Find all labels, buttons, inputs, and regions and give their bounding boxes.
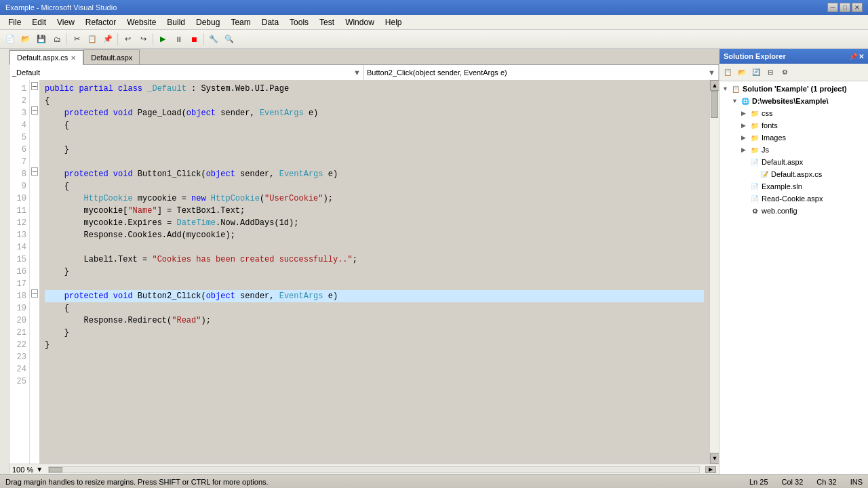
toolbar-stop[interactable]: ⏹ bbox=[186, 32, 201, 47]
se-showallfiles-button[interactable]: 📂 bbox=[735, 66, 749, 79]
token: "UserCookie" bbox=[264, 194, 323, 203]
collapse-markers: ──── bbox=[30, 80, 39, 464]
menu-window[interactable]: Window bbox=[340, 16, 380, 28]
token: e) bbox=[323, 291, 338, 301]
toolbar-paste[interactable]: 📌 bbox=[100, 32, 115, 47]
token: Label1.Text = bbox=[45, 255, 152, 264]
main-area: Default.aspx.cs ✕ Default.aspx _Default … bbox=[0, 49, 868, 474]
se-properties-button[interactable]: 📋 bbox=[721, 66, 734, 79]
tree-icon-8: 📄 bbox=[749, 181, 760, 192]
menu-team[interactable]: Team bbox=[225, 16, 256, 28]
horizontal-scrollbar[interactable] bbox=[48, 466, 700, 473]
toolbar-pause[interactable]: ⏸ bbox=[171, 32, 186, 47]
tab-defaultaspxcs[interactable]: Default.aspx.cs ✕ bbox=[9, 50, 83, 65]
tab-defaultaspx[interactable]: Default.aspx bbox=[83, 49, 140, 64]
menu-edit[interactable]: Edit bbox=[26, 16, 52, 28]
se-close-button[interactable]: ✕ bbox=[859, 53, 864, 60]
left-gutter bbox=[0, 49, 9, 474]
tree-icon-7: 📝 bbox=[759, 169, 770, 180]
token: "Cookies has been created successfully..… bbox=[152, 255, 352, 264]
toolbar-sep-4 bbox=[203, 33, 204, 45]
restore-button[interactable]: □ bbox=[840, 3, 850, 12]
tree-item-2[interactable]: ▶ 📁 css bbox=[719, 107, 868, 119]
menu-help[interactable]: Help bbox=[380, 16, 408, 28]
tree-label-4: Images bbox=[762, 134, 786, 142]
scroll-up-button[interactable]: ▲ bbox=[710, 80, 719, 91]
toolbar-misc1[interactable]: 🔧 bbox=[206, 32, 221, 47]
minimize-button[interactable]: ─ bbox=[827, 3, 838, 12]
toolbar-sep-1 bbox=[66, 33, 67, 45]
title-text: Example - Microsoft Visual Studio bbox=[5, 3, 117, 12]
tree-item-9[interactable]: 📄 Read-Cookie.aspx bbox=[719, 192, 868, 205]
code-line: } bbox=[45, 144, 704, 156]
toolbar-saveall[interactable]: 🗂 bbox=[50, 32, 64, 47]
menu-build[interactable]: Build bbox=[161, 16, 191, 28]
token: ] = TextBox1.Text; bbox=[157, 206, 245, 216]
toolbar-cut[interactable]: ✂ bbox=[69, 32, 84, 47]
vertical-scrollbar[interactable]: ▲ ▼ bbox=[709, 80, 719, 464]
tree-icon-3: 📁 bbox=[749, 120, 760, 131]
code-line: protected void Page_Load(object sender, … bbox=[45, 107, 704, 119]
collapse-marker-3[interactable]: ─ bbox=[30, 104, 39, 117]
se-refresh-button[interactable]: 🔄 bbox=[749, 66, 763, 79]
code-line: } bbox=[45, 266, 704, 278]
tab-label-defaultaspx: Default.aspx bbox=[91, 54, 132, 62]
collapse-marker-18[interactable]: ─ bbox=[30, 287, 39, 300]
collapse-marker-8[interactable]: ─ bbox=[30, 165, 39, 178]
hscroll-thumb[interactable] bbox=[49, 467, 62, 472]
zoom-dropdown[interactable]: ▼ bbox=[36, 466, 43, 473]
token bbox=[45, 291, 64, 301]
token: protected bbox=[64, 169, 108, 179]
token: ); bbox=[201, 316, 210, 325]
toolbar-misc2[interactable]: 🔍 bbox=[222, 32, 237, 47]
token: ( bbox=[260, 194, 264, 203]
tree-icon-9: 📄 bbox=[749, 193, 760, 204]
class-dropdown[interactable]: _Default ▼ bbox=[9, 65, 364, 80]
tree-item-0[interactable]: ▼ 📋 Solution 'Example' (1 project) bbox=[719, 83, 868, 95]
toolbar-run[interactable]: ▶ bbox=[155, 32, 170, 47]
token: mycookie.Expires = bbox=[45, 218, 176, 228]
se-settings-button[interactable]: ⚙ bbox=[778, 66, 791, 79]
toolbar-copy[interactable]: 📋 bbox=[85, 32, 100, 47]
toolbar-undo[interactable]: ↩ bbox=[120, 32, 135, 47]
se-collapseall-button[interactable]: ⊟ bbox=[764, 66, 777, 79]
toolbar-new[interactable]: 📄 bbox=[3, 32, 18, 47]
menu-debug[interactable]: Debug bbox=[191, 16, 225, 28]
scroll-thumb[interactable] bbox=[711, 91, 718, 118]
tree-item-8[interactable]: 📄 Example.sln bbox=[719, 180, 868, 192]
menu-website[interactable]: Website bbox=[121, 16, 161, 28]
menu-refactor[interactable]: Refactor bbox=[80, 16, 121, 28]
collapse-marker-1[interactable]: ─ bbox=[30, 80, 39, 92]
tree-icon-2: 📁 bbox=[749, 108, 760, 119]
close-button[interactable]: ✕ bbox=[852, 3, 863, 12]
tree-item-4[interactable]: ▶ 📁 Images bbox=[719, 131, 868, 144]
tree-item-10[interactable]: ⚙ web.config bbox=[719, 205, 868, 217]
hscroll-right[interactable]: ▶ bbox=[705, 466, 716, 473]
tree-icon-5: 📁 bbox=[749, 144, 760, 155]
code-line: { bbox=[45, 95, 704, 107]
token: "Read" bbox=[172, 316, 201, 325]
tab-close-defaultaspxcs[interactable]: ✕ bbox=[71, 54, 76, 62]
menu-tools[interactable]: Tools bbox=[284, 16, 314, 28]
code-editor[interactable]: public partial class _Default : System.W… bbox=[39, 80, 709, 464]
se-pin-button[interactable]: 📌 bbox=[849, 53, 857, 60]
menu-view[interactable]: View bbox=[52, 16, 80, 28]
tree-item-7[interactable]: 📝 Default.aspx.cs bbox=[719, 168, 868, 180]
solution-explorer-header: Solution Explorer 📌 ✕ bbox=[719, 49, 868, 64]
toolbar-save[interactable]: 💾 bbox=[34, 32, 49, 47]
tree-item-5[interactable]: ▶ 📁 Js bbox=[719, 144, 868, 156]
scroll-down-button[interactable]: ▼ bbox=[710, 453, 719, 464]
tree-item-3[interactable]: ▶ 📁 fonts bbox=[719, 119, 868, 131]
method-dropdown-arrow: ▼ bbox=[708, 68, 715, 77]
token: ; bbox=[353, 255, 357, 264]
toolbar-open[interactable]: 📂 bbox=[18, 32, 33, 47]
toolbar-redo[interactable]: ↪ bbox=[136, 32, 151, 47]
menu-test[interactable]: Test bbox=[314, 16, 340, 28]
token: EventArgs bbox=[279, 291, 323, 301]
tab-label-defaultaspxcs: Default.aspx.cs bbox=[17, 54, 68, 62]
method-dropdown[interactable]: Button2_Click(object sender, EventArgs e… bbox=[364, 65, 719, 80]
menu-file[interactable]: File bbox=[3, 16, 26, 28]
tree-item-1[interactable]: ▼ 🌐 D:\websites\Example\ bbox=[719, 95, 868, 107]
tree-item-6[interactable]: 📄 Default.aspx bbox=[719, 156, 868, 168]
menu-data[interactable]: Data bbox=[256, 16, 284, 28]
